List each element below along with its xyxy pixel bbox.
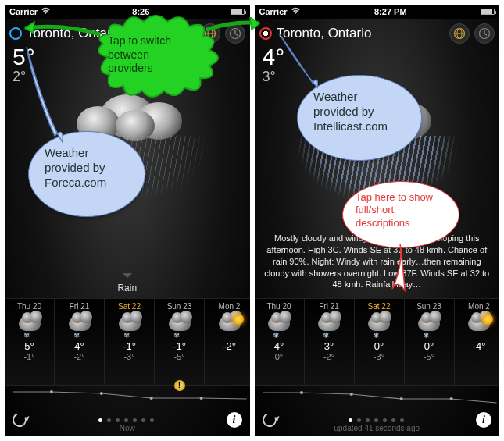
annotation-descriptions: Tap here to show full/short descriptions — [342, 181, 459, 248]
forecast-day[interactable]: Sat 22❄-1°-3° — [105, 299, 155, 385]
forecast-high: 4° — [255, 340, 304, 352]
forecast-day[interactable]: Sat 22❄0°-3° — [355, 299, 405, 385]
cloud-snow-icon: ❄ — [164, 312, 195, 339]
forecast-low: -5° — [155, 352, 204, 361]
forecast-day[interactable]: Mon 2-2° — [205, 299, 250, 385]
forecast-low: -1° — [5, 352, 54, 361]
cloud-snow-icon: ❄ — [14, 312, 45, 339]
forecast-day-label: Sun 23 — [155, 302, 204, 311]
forecast-high: -4° — [455, 340, 500, 352]
status-bar: Carrier 8:27 PM — [255, 5, 500, 19]
forecast-day[interactable]: Sun 23❄0°-5° — [405, 299, 455, 385]
forecast-low: -2° — [305, 352, 354, 361]
forecast-day-label: Mon 2 — [205, 302, 250, 311]
condition-label: Rain — [5, 283, 250, 293]
trend-line — [255, 387, 500, 406]
forecast-high: -2° — [205, 340, 250, 352]
cloud-snow-icon: ❄ — [313, 312, 345, 339]
forecast-low: -3° — [355, 352, 404, 361]
forecast-high: 0° — [405, 340, 454, 352]
cloud-snow-icon: ❄ — [64, 312, 95, 339]
forecast-low: -2° — [55, 352, 104, 361]
forecast-low: -3° — [105, 352, 154, 361]
forecast-low: -5° — [405, 352, 454, 361]
forecast-day-label: Fri 21 — [55, 302, 104, 311]
carrier-label: Carrier — [259, 7, 288, 16]
svg-point-4 — [50, 390, 53, 393]
forecast-high: 5° — [5, 340, 54, 352]
cloud-snow-icon: ❄ — [363, 312, 395, 339]
forecast-day[interactable]: Fri 21❄3°-2° — [305, 299, 355, 385]
forecast-day-label: Sun 23 — [405, 302, 454, 311]
arrow-icon — [16, 20, 102, 47]
wifi-icon — [291, 7, 301, 16]
globe-button[interactable] — [449, 23, 470, 44]
forecast-day-label: Mon 2 — [455, 302, 500, 311]
forecast-day-label: Thu 20 — [5, 302, 54, 311]
svg-point-14 — [399, 397, 402, 400]
cloud-snow-icon: ❄ — [114, 312, 145, 339]
status-time: 8:27 PM — [374, 7, 407, 16]
clock-button[interactable] — [474, 23, 495, 44]
forecast-day-label: Fri 21 — [305, 302, 354, 311]
battery-icon — [231, 9, 245, 15]
svg-point-7 — [200, 397, 203, 400]
svg-point-15 — [449, 397, 452, 400]
battery-icon — [481, 9, 495, 15]
trend-line — [5, 387, 250, 406]
cloud-snow-icon: ❄ — [263, 312, 295, 339]
forecast-high: 3° — [305, 340, 354, 352]
svg-point-13 — [349, 393, 352, 396]
forecast-strip[interactable]: Thu 20❄4°0°Fri 21❄3°-2°Sat 22❄0°-3°Sun 2… — [255, 298, 500, 386]
svg-point-12 — [299, 391, 302, 394]
forecast-day[interactable]: Thu 20❄5°-1° — [5, 299, 55, 385]
page-dots[interactable] — [98, 418, 154, 422]
cloud-snow-icon: ❄ — [413, 312, 445, 339]
chevron-down-icon[interactable] — [123, 273, 132, 278]
forecast-day[interactable]: Fri 21❄4°-2° — [55, 299, 105, 385]
wifi-icon — [41, 7, 51, 16]
forecast-high: 4° — [55, 340, 104, 352]
arrow-icon — [205, 17, 267, 41]
svg-point-5 — [100, 392, 103, 395]
sun-cloud-icon — [214, 312, 245, 339]
forecast-day-label: Sat 22 — [355, 302, 404, 311]
sun-cloud-icon — [463, 312, 495, 339]
forecast-high: 0° — [355, 340, 404, 352]
svg-point-6 — [150, 397, 153, 400]
forecast-day[interactable]: Sun 23❄-1°-5°! — [155, 299, 205, 385]
annotation-foreca: Weather provided by Foreca.com — [28, 131, 145, 217]
annotation-intellicast: Weather provided by Intellicast.com — [297, 75, 422, 161]
footer-caption: updated 41 seconds ago — [255, 424, 500, 432]
forecast-day[interactable]: Thu 20❄4°0° — [255, 299, 305, 385]
forecast-high: -1° — [105, 340, 154, 352]
forecast-day-label: Sat 22 — [105, 302, 154, 311]
forecast-day-label: Thu 20 — [255, 302, 304, 311]
forecast-day[interactable]: Mon 2-4° — [455, 299, 500, 385]
carrier-label: Carrier — [9, 7, 38, 16]
footer-caption: Now — [5, 424, 250, 432]
forecast-low: 0° — [255, 352, 304, 361]
page-dots[interactable] — [349, 418, 404, 422]
forecast-strip[interactable]: Thu 20❄5°-1°Fri 21❄4°-2°Sat 22❄-1°-3°Sun… — [5, 298, 250, 386]
forecast-high: -1° — [155, 340, 204, 352]
